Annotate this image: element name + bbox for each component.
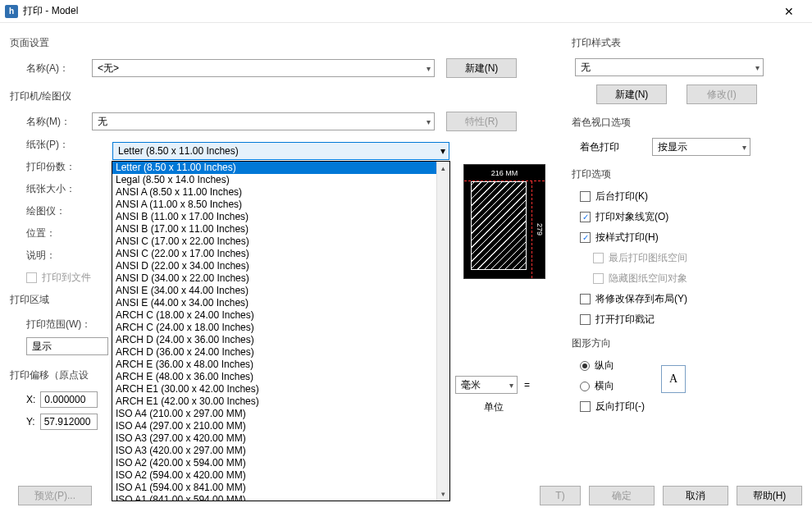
paper-option[interactable]: ISO A4 (297.00 x 210.00 MM) <box>112 420 449 432</box>
paper-option[interactable]: ARCH E (48.00 x 36.00 Inches) <box>112 371 449 383</box>
paper-label: 纸张(P)： <box>10 138 92 152</box>
orientation-heading: 图形方向 <box>572 336 801 350</box>
app-icon: h <box>5 5 18 18</box>
equals-sign: = <box>524 379 530 391</box>
paper-option[interactable]: ANSI A (11.00 x 8.50 Inches) <box>112 199 449 211</box>
paper-option[interactable]: ANSI D (34.00 x 22.00 Inches) <box>112 272 449 285</box>
printer-heading: 打印机/绘图仪 <box>10 89 555 103</box>
preview-width-label: 216 MM <box>464 165 545 181</box>
paper-option[interactable]: ANSI C (22.00 x 17.00 Inches) <box>112 248 449 260</box>
preview-button: 预览(P)... <box>18 486 92 505</box>
paper-option[interactable]: ANSI D (22.00 x 34.00 Inches) <box>112 260 449 272</box>
style-table-value: 无 <box>581 61 591 75</box>
cancel-button[interactable]: 取消 <box>663 486 728 505</box>
viewport-heading: 着色视口选项 <box>572 116 801 130</box>
paper-option[interactable]: ARCH C (24.00 x 18.00 Inches) <box>112 322 449 334</box>
style-table-heading: 打印样式表 <box>572 36 801 50</box>
chevron-down-icon: ▾ <box>427 117 431 126</box>
paper-option[interactable]: ARCH E1 (30.00 x 42.00 Inches) <box>112 383 449 395</box>
location-label: 位置： <box>10 226 92 240</box>
offset-x-input[interactable] <box>40 391 98 408</box>
shaded-print-value: 按显示 <box>658 140 687 154</box>
plot-range-combo[interactable]: 显示 <box>26 337 108 355</box>
paper-option[interactable]: ANSI A (8.50 x 11.00 Inches) <box>112 186 449 199</box>
portrait-radio[interactable]: 纵向 <box>580 359 645 373</box>
paper-option[interactable]: Letter (8.50 x 11.00 Inches) <box>112 162 449 174</box>
units-combo[interactable]: 毫米 ▾ <box>455 376 518 394</box>
shaded-print-label: 着色打印 <box>580 140 619 154</box>
obj-linewidth-checkbox[interactable]: ✓打印对象线宽(O) <box>580 210 801 224</box>
paper-option[interactable]: ARCH D (36.00 x 24.00 Inches) <box>112 346 449 359</box>
paper-option[interactable]: Legal (8.50 x 14.0 Inches) <box>112 174 449 186</box>
last-paper-checkbox: 最后打印图纸空间 <box>580 251 801 265</box>
style-new-button[interactable]: 新建(N) <box>596 85 667 104</box>
printer-props-button: 特性(R) <box>446 112 517 131</box>
bg-print-checkbox[interactable]: 后台打印(K) <box>580 190 801 203</box>
paper-option[interactable]: ANSI E (34.00 x 44.00 Inches) <box>112 285 449 297</box>
description-label: 说明： <box>10 249 92 263</box>
paper-option[interactable]: ARCH C (18.00 x 24.00 Inches) <box>112 309 449 322</box>
offset-y-input[interactable] <box>40 414 98 430</box>
scroll-down-icon[interactable]: ▾ <box>437 487 449 501</box>
paper-option[interactable]: ISO A2 (594.00 x 420.00 MM) <box>112 469 449 482</box>
stamp-checkbox[interactable]: 打开打印戳记 <box>580 313 801 327</box>
chevron-down-icon: ▾ <box>509 381 513 390</box>
paper-option[interactable]: ANSI B (11.00 x 17.00 Inches) <box>112 211 449 223</box>
paper-option[interactable]: ISO A3 (297.00 x 420.00 MM) <box>112 432 449 445</box>
preview-hatch <box>471 181 527 270</box>
paper-option[interactable]: ISO A1 (841.00 x 594.00 MM) <box>112 494 449 501</box>
scrollbar[interactable]: ▴ ▾ <box>436 162 449 501</box>
paper-combo-value: Letter (8.50 x 11.00 Inches) <box>118 145 239 157</box>
reverse-print-checkbox[interactable]: 反向打印(-) <box>580 400 645 414</box>
orientation-icon: A <box>661 365 686 393</box>
chevron-down-icon: ▾ <box>427 64 431 73</box>
paper-option[interactable]: ARCH E1 (42.00 x 30.00 Inches) <box>112 395 449 408</box>
paper-option[interactable]: ISO A1 (594.00 x 841.00 MM) <box>112 482 449 494</box>
paper-option[interactable]: ANSI B (17.00 x 11.00 Inches) <box>112 223 449 235</box>
by-style-checkbox[interactable]: ✓按样式打印(H) <box>580 231 801 245</box>
paper-option[interactable]: ARCH E (36.00 x 48.00 Inches) <box>112 359 449 371</box>
print-to-file-checkbox: 打印到文件 <box>26 271 91 285</box>
preview-height-label: 279 <box>531 181 546 278</box>
printer-name-label: 名称(M)： <box>10 115 92 129</box>
paper-dropdown[interactable]: Letter (8.50 x 11.00 Inches) ▾ ▴ ▾ Lette… <box>112 161 450 501</box>
style-table-combo[interactable]: 无 ▾ <box>575 58 764 76</box>
options-heading: 打印选项 <box>572 167 801 181</box>
chevron-down-icon: ▾ <box>742 143 746 152</box>
page-name-combo[interactable]: <无> ▾ <box>92 59 435 77</box>
titlebar: h 打印 - Model ✕ <box>0 0 812 23</box>
paper-option[interactable]: ISO A2 (420.00 x 594.00 MM) <box>112 457 449 469</box>
save-layout-checkbox[interactable]: 将修改保存到布局(Y) <box>580 292 801 306</box>
paper-option[interactable]: ISO A4 (210.00 x 297.00 MM) <box>112 408 449 420</box>
paper-option[interactable]: ARCH D (24.00 x 36.00 Inches) <box>112 334 449 346</box>
chevron-down-icon: ▾ <box>440 145 445 157</box>
close-icon[interactable]: ✕ <box>773 5 805 18</box>
paper-option[interactable]: ANSI E (44.00 x 34.00 Inches) <box>112 297 449 309</box>
help-button[interactable]: 帮助(H) <box>737 486 802 505</box>
paper-option[interactable]: ISO A3 (420.00 x 297.00 MM) <box>112 445 449 457</box>
offset-y-label: Y: <box>26 416 35 427</box>
paper-combo-open[interactable]: Letter (8.50 x 11.00 Inches) ▾ <box>112 142 449 160</box>
apply-button: T) <box>540 486 581 505</box>
style-modify-button: 修改(I) <box>687 85 757 104</box>
ok-button: 确定 <box>589 486 655 505</box>
chevron-down-icon: ▾ <box>755 63 760 72</box>
plotter-label: 绘图仪： <box>10 204 92 218</box>
landscape-radio[interactable]: 横向 <box>580 379 645 393</box>
paper-dropdown-list[interactable]: ▴ ▾ Letter (8.50 x 11.00 Inches)Legal (8… <box>112 162 449 501</box>
scroll-up-icon[interactable]: ▴ <box>437 162 449 175</box>
units-label: 单位 <box>484 400 504 414</box>
printer-name-value: 无 <box>98 115 107 129</box>
page-setup-heading: 页面设置 <box>10 36 555 50</box>
paper-size-label: 纸张大小： <box>10 182 92 196</box>
page-new-button[interactable]: 新建(N) <box>446 58 517 78</box>
offset-x-label: X: <box>26 394 35 405</box>
plot-range-label: 打印范围(W)： <box>10 318 108 331</box>
printer-name-combo[interactable]: 无 ▾ <box>92 112 435 130</box>
paper-option[interactable]: ANSI C (17.00 x 22.00 Inches) <box>112 235 449 248</box>
scroll-track[interactable] <box>437 175 449 487</box>
page-name-label: 名称(A)： <box>10 62 92 75</box>
shaded-print-combo[interactable]: 按显示 ▾ <box>652 138 750 156</box>
hide-paper-checkbox: 隐藏图纸空间对象 <box>580 272 801 286</box>
print-to-file-label: 打印到文件 <box>42 271 91 285</box>
